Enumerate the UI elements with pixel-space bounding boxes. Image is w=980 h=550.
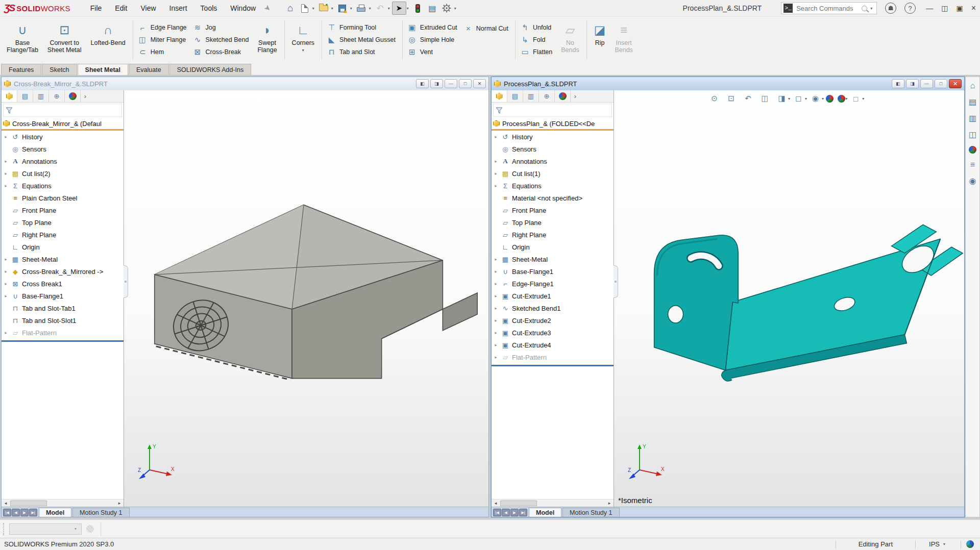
options-button[interactable] bbox=[439, 2, 454, 15]
expand-arrow-icon[interactable]: ▸ bbox=[3, 281, 9, 286]
expand-arrow-icon[interactable]: ▸ bbox=[493, 269, 499, 274]
scroll-left-icon[interactable]: ◂ bbox=[492, 501, 500, 506]
print-button[interactable] bbox=[354, 2, 369, 15]
dropdown-caret-icon[interactable]: ▾ bbox=[302, 47, 304, 54]
dimxpertmanager-tab[interactable]: ⊕ bbox=[49, 90, 65, 102]
tab-scroll-first-icon[interactable]: |◀ bbox=[3, 509, 11, 516]
connected-globe-icon[interactable] bbox=[966, 540, 974, 548]
help-icon[interactable]: ? bbox=[904, 3, 916, 14]
bottom-tab[interactable]: Model bbox=[39, 508, 71, 517]
tree-item[interactable]: ▸ ∟ Origin bbox=[2, 241, 124, 253]
bottom-tab[interactable]: Model bbox=[529, 508, 561, 517]
dropdown-caret-icon[interactable]: ▾ bbox=[788, 96, 790, 101]
hud-tool-icon[interactable]: ◻ bbox=[792, 93, 805, 104]
ribbon-small-button[interactable]: ∿Sketched Bend bbox=[191, 34, 253, 46]
expand-arrow-icon[interactable]: ▸ bbox=[493, 257, 499, 262]
tree-item[interactable]: ▸ Σ Equations bbox=[492, 180, 614, 192]
ribbon-tab[interactable]: SOLIDWORKS Add-Ins bbox=[169, 64, 252, 75]
ribbon-small-button[interactable]: ⊞Vent bbox=[405, 46, 461, 58]
ribbon-small-button[interactable]: ◎Simple Hole bbox=[405, 34, 461, 46]
ribbon-small-button[interactable]: ×Normal Cut bbox=[461, 22, 512, 34]
tree-item[interactable]: ▸ ∿ Sketched Bend1 bbox=[492, 302, 614, 314]
ribbon-small-button[interactable]: ≋Jog bbox=[191, 21, 253, 34]
expand-arrow-icon[interactable]: ▸ bbox=[3, 330, 9, 335]
task-pane-icon[interactable]: ▥ bbox=[969, 113, 976, 123]
expand-arrow-icon[interactable]: ▸ bbox=[493, 134, 499, 139]
tab-scroll-first-icon[interactable]: |◀ bbox=[493, 509, 501, 516]
dropdown-caret-icon[interactable]: ▾ bbox=[312, 6, 314, 11]
tree-item[interactable]: ▸ ▱ Top Plane bbox=[492, 216, 614, 229]
filter-funnel-icon[interactable] bbox=[6, 107, 13, 114]
tree-item[interactable]: ▸ ◆ Cross-Break_&_Mirrored -> bbox=[2, 265, 124, 278]
dropdown-caret-icon[interactable]: ▾ bbox=[454, 6, 456, 11]
tree-item[interactable]: ▸ ▣ Cut-Extrude1 bbox=[492, 290, 614, 302]
expand-arrow-icon[interactable]: ▸ bbox=[493, 355, 499, 360]
dock-left-button[interactable]: ◧ bbox=[892, 79, 904, 88]
home-button[interactable]: ⌂ bbox=[283, 2, 298, 15]
gray-sheet-metal-part[interactable] bbox=[124, 90, 488, 507]
close-window-button[interactable]: ✕ bbox=[949, 79, 962, 88]
hud-tool-icon[interactable]: ◉ bbox=[809, 93, 822, 104]
dropdown-caret-icon[interactable]: ▾ bbox=[369, 6, 371, 11]
dropdown-caret-icon[interactable]: ▾ bbox=[822, 96, 824, 101]
tree-item[interactable]: ▸ ▱ Top Plane bbox=[2, 216, 124, 229]
tree-item[interactable]: ▸ ▱ Flat-Pattern bbox=[492, 351, 614, 363]
ribbon-small-button[interactable]: ↳Fold bbox=[518, 34, 556, 46]
cascade-windows-button[interactable]: ▣ bbox=[956, 4, 963, 12]
rebuild-button[interactable] bbox=[411, 2, 425, 15]
tree-item[interactable]: ▸ ↺ History bbox=[2, 131, 124, 143]
menu-item[interactable]: Tools bbox=[194, 0, 224, 17]
rip-button[interactable]: ◪Rip bbox=[590, 18, 610, 61]
ribbon-tab[interactable]: Features bbox=[1, 64, 41, 75]
hud-tool-icon[interactable]: □ bbox=[849, 93, 862, 104]
displaymanager-tab[interactable] bbox=[555, 90, 571, 102]
tree-item[interactable]: ▸ ≡ Plain Carbon Steel bbox=[2, 192, 124, 204]
close-app-button[interactable]: × bbox=[971, 4, 976, 13]
graphics-viewport-right[interactable]: ⊙ ▾ ⊡ ▾ ↶ ▾ bbox=[614, 90, 964, 507]
expand-arrow-icon[interactable]: ▸ bbox=[493, 318, 499, 323]
tree-item[interactable]: ▸ ▦ Sheet-Metal bbox=[492, 253, 614, 265]
pin-menu-icon[interactable]: ➤ bbox=[262, 3, 273, 14]
expand-arrow-icon[interactable]: ▸ bbox=[3, 134, 9, 139]
tree-item[interactable]: ▸ ▱ Front Plane bbox=[2, 204, 124, 216]
minimize-window-button[interactable]: — bbox=[445, 79, 457, 88]
tab-scroll-last-icon[interactable]: ▶| bbox=[29, 509, 37, 516]
corners-button[interactable]: ∟Corners▾ bbox=[287, 18, 319, 61]
tree-splitter-handle[interactable] bbox=[614, 265, 618, 298]
tree-root-node[interactable]: Cross-Break_Mirror_& (Defaul bbox=[2, 118, 124, 131]
undo-button[interactable]: ↶ bbox=[373, 2, 387, 15]
dropdown-caret-icon[interactable]: ▾ bbox=[350, 6, 352, 11]
expand-arrow-icon[interactable]: ▸ bbox=[493, 171, 499, 176]
tree-root-node[interactable]: ProcessPlan_& (FOLDED<<De bbox=[492, 118, 614, 131]
maximize-window-button[interactable]: □ bbox=[459, 79, 472, 88]
swept-flange-button[interactable]: ◗Swept Flange bbox=[253, 18, 281, 61]
open-button[interactable] bbox=[316, 2, 331, 15]
ribbon-small-button[interactable]: ▭Flatten bbox=[518, 46, 556, 58]
task-pane-icon[interactable]: ● bbox=[969, 146, 976, 154]
scrollbar-thumb[interactable] bbox=[10, 501, 47, 506]
task-pane-icon[interactable]: ◫ bbox=[969, 130, 976, 139]
expand-arrow-icon[interactable]: ▸ bbox=[493, 342, 499, 347]
ribbon-small-button[interactable]: ⊤Forming Tool bbox=[325, 21, 400, 34]
hud-tool-icon[interactable]: ● bbox=[838, 95, 845, 103]
expand-arrow-icon[interactable]: ▸ bbox=[3, 293, 9, 298]
menu-item[interactable]: Window bbox=[224, 0, 262, 17]
menu-item[interactable]: View bbox=[134, 0, 162, 17]
filter-funnel-icon[interactable] bbox=[496, 107, 503, 114]
hud-tool-icon[interactable]: ● bbox=[826, 95, 834, 103]
menu-item[interactable]: File bbox=[84, 0, 109, 17]
dropdown-caret-icon[interactable]: ▾ bbox=[331, 6, 333, 11]
dropdown-caret-icon[interactable]: ▾ bbox=[862, 96, 864, 101]
task-pane-icon[interactable]: ⌂ bbox=[970, 81, 975, 90]
search-dropdown-caret-icon[interactable]: ▾ bbox=[870, 6, 872, 11]
displaymanager-tab[interactable] bbox=[65, 90, 81, 102]
tree-item[interactable]: ▸ ▱ Flat-Pattern bbox=[2, 327, 124, 339]
rollback-bar[interactable] bbox=[492, 365, 614, 366]
hud-tool-icon[interactable]: ↶ bbox=[742, 93, 754, 104]
scroll-right-icon[interactable]: ▸ bbox=[605, 501, 614, 506]
close-window-button[interactable]: ✕ bbox=[473, 79, 486, 88]
tree-item[interactable]: ▸ ▣ Cut-Extrude4 bbox=[492, 339, 614, 351]
dropdown-caret-icon[interactable]: ▾ bbox=[388, 6, 390, 11]
dimxpertmanager-tab[interactable]: ⊕ bbox=[539, 90, 555, 102]
propertymanager-tab[interactable]: ▤ bbox=[17, 90, 33, 102]
